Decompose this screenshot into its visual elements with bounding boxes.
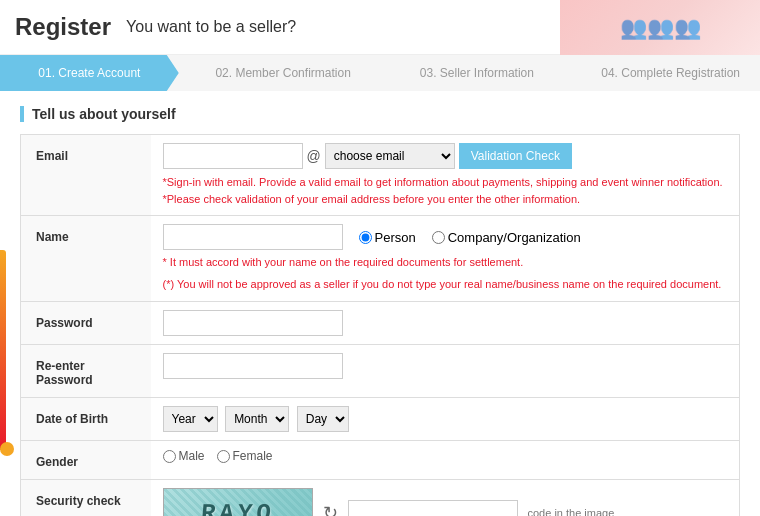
month-select[interactable]: Month (225, 406, 289, 432)
name-input[interactable] (163, 224, 343, 250)
header-image (560, 0, 760, 55)
registration-form: Email @ choose email gmail.com yahoo.com… (20, 134, 740, 516)
company-radio-label[interactable]: Company/Organization (432, 230, 581, 245)
name-label: Name (21, 216, 151, 302)
at-sign: @ (307, 148, 321, 164)
orange-dot (0, 442, 14, 456)
email-field-cell: @ choose email gmail.com yahoo.com hotma… (151, 135, 740, 216)
reenter-password-label: Re-enter Password (21, 345, 151, 398)
email-note-2: *Please check validation of your email a… (163, 191, 728, 208)
security-row: Security check RAYO ↻ code in the image (21, 480, 740, 516)
person-radio[interactable] (359, 231, 372, 244)
step-2[interactable]: 02. Member Confirmation (179, 55, 373, 91)
dob-row: Date of Birth Year Month Day (21, 398, 740, 441)
captcha-hint: code in the image (528, 507, 615, 516)
password-row: Password (21, 302, 740, 345)
step-3[interactable]: 03. Seller Information (373, 55, 567, 91)
captcha-text: RAYO (200, 500, 276, 516)
name-row: Name Person Company/Organization * It mu… (21, 216, 740, 302)
logo-text: Register (15, 13, 111, 40)
gender-label: Gender (21, 441, 151, 480)
day-select[interactable]: Day (297, 406, 349, 432)
name-note-1: * It must accord with your name on the r… (163, 254, 728, 272)
email-note-1: *Sign-in with email. Provide a valid ema… (163, 174, 728, 191)
security-label: Security check (21, 480, 151, 516)
company-radio[interactable] (432, 231, 445, 244)
captcha-image: RAYO (163, 488, 313, 516)
step-1[interactable]: 01. Create Account (0, 55, 179, 91)
email-row: Email @ choose email gmail.com yahoo.com… (21, 135, 740, 216)
refresh-captcha-icon[interactable]: ↻ (323, 502, 338, 516)
female-radio[interactable] (217, 450, 230, 463)
female-radio-label[interactable]: Female (217, 449, 273, 463)
email-label: Email (21, 135, 151, 216)
name-field-cell: Person Company/Organization * It must ac… (151, 216, 740, 302)
progress-bar: 01. Create Account 02. Member Confirmati… (0, 55, 760, 91)
step-4[interactable]: 04. Complete Registration (566, 55, 760, 91)
left-accent-bar (0, 250, 6, 450)
password-input[interactable] (163, 310, 343, 336)
gender-field-cell: Male Female (151, 441, 740, 480)
male-radio[interactable] (163, 450, 176, 463)
section-title: Tell us about yourself (20, 106, 740, 122)
email-domain-select[interactable]: choose email gmail.com yahoo.com hotmail… (325, 143, 455, 169)
validation-check-button[interactable]: Validation Check (459, 143, 572, 169)
dob-field-cell: Year Month Day (151, 398, 740, 441)
reenter-password-row: Re-enter Password (21, 345, 740, 398)
site-logo: Register (15, 13, 111, 41)
password-field-cell (151, 302, 740, 345)
password-label: Password (21, 302, 151, 345)
name-note-2: (*) You will not be approved as a seller… (163, 276, 728, 294)
security-field-cell: RAYO ↻ code in the image (151, 480, 740, 516)
main-content: Tell us about yourself Email @ choose em… (0, 91, 760, 516)
header-tagline: You want to be a seller? (126, 18, 296, 36)
email-input[interactable] (163, 143, 303, 169)
page-header: Register You want to be a seller? (0, 0, 760, 55)
captcha-input[interactable] (348, 500, 518, 516)
reenter-password-field-cell (151, 345, 740, 398)
person-radio-label[interactable]: Person (359, 230, 416, 245)
male-radio-label[interactable]: Male (163, 449, 205, 463)
dob-label: Date of Birth (21, 398, 151, 441)
reenter-password-input[interactable] (163, 353, 343, 379)
year-select[interactable]: Year (163, 406, 218, 432)
gender-row: Gender Male Female (21, 441, 740, 480)
